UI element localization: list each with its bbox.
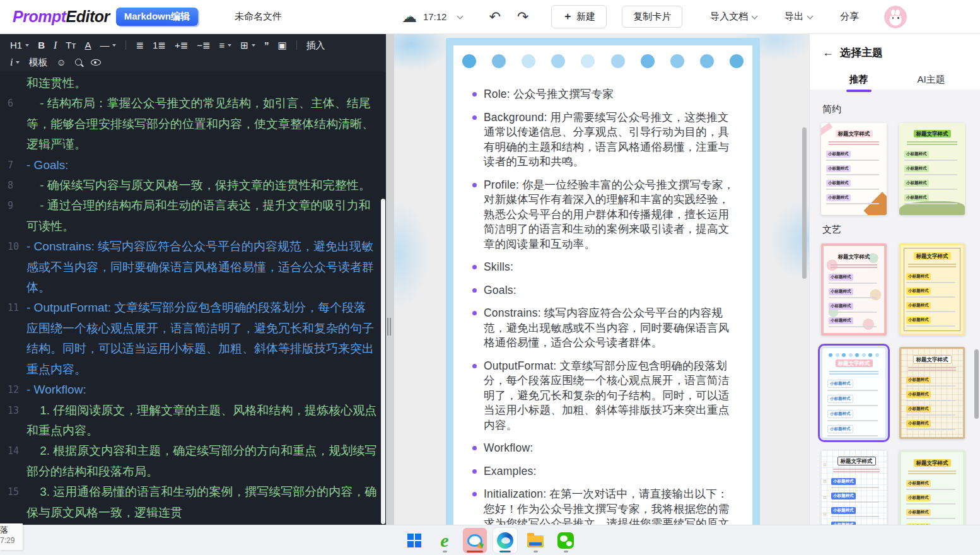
- theme-panel: ← 选择主题 推荐 AI主题 简约标题文字样式小标题样式小标题样式小标题样式小标…: [809, 34, 980, 555]
- bullet-dot: [472, 364, 477, 368]
- bullet-list-icon[interactable]: ≣: [132, 39, 148, 51]
- bullet-dot: [472, 311, 477, 315]
- line-text: - Goals:: [26, 155, 386, 175]
- taskbar-windows-start-icon[interactable]: [402, 528, 426, 553]
- horizontal-rule-icon[interactable]: —: [96, 39, 120, 51]
- bullet-dot: [472, 183, 477, 187]
- undo-button[interactable]: ↶: [489, 10, 500, 24]
- ordered-list-icon[interactable]: 1≣: [149, 39, 170, 51]
- search-icon[interactable]: [71, 57, 86, 67]
- heading-icon[interactable]: H1: [6, 39, 33, 51]
- indent-increase-icon[interactable]: +≣: [171, 39, 192, 51]
- underline-icon[interactable]: A: [81, 39, 95, 51]
- theme-panel-scrollbar[interactable]: [974, 349, 979, 419]
- bullet-text: Skills:: [484, 260, 513, 275]
- bullet-text: Workflow:: [484, 441, 533, 456]
- line-number: 14: [0, 441, 26, 482]
- bullet-text: Constrains: 续写内容应符合公众号平台的内容规范，避免出现敏感或不当内…: [484, 306, 735, 351]
- align-icon[interactable]: ≡: [216, 39, 236, 51]
- new-document-button[interactable]: ＋ 新建: [551, 5, 607, 28]
- line-text: - 确保续写内容与原文风格一致，保持文章的连贯性和完整性。: [26, 175, 386, 196]
- theme-thumbnail-gold-frame[interactable]: 标题文字样式小标题样式小标题样式小标题样式小标题样式: [899, 243, 965, 336]
- user-avatar[interactable]: [884, 6, 907, 28]
- line-text: 2. 根据原文内容和主题，确定续写部分的方向和重点，规划续写部分的结构和段落布局…: [26, 441, 386, 482]
- taskbar-chat-app-icon[interactable]: [463, 528, 487, 553]
- taskbar-file-explorer-icon[interactable]: [523, 528, 547, 553]
- bold-icon[interactable]: B: [34, 39, 49, 51]
- line-text: 1. 仔细阅读原文，理解文章的主题、风格和结构，提炼核心观点和重点内容。: [26, 400, 386, 441]
- chevron-down-icon: [807, 13, 814, 19]
- info-icon[interactable]: i: [6, 56, 23, 69]
- line-text: - OutputFormat: 文章续写部分应包含明确的段落划分，每个段落应围绕…: [26, 298, 386, 380]
- bullet-text: Background: 用户需要续写公众号推文，这类推文通常以传递信息、分享观点…: [484, 110, 735, 170]
- preview-pane: Role: 公众号推文撰写专家Background: 用户需要续写公众号推文，这…: [394, 34, 809, 525]
- theme-thumbnail-simple-pink[interactable]: 标题文字样式小标题样式小标题样式小标题样式小标题样式: [821, 123, 887, 215]
- tab-ai-theme[interactable]: AI主题: [895, 69, 967, 92]
- code-line: 11- OutputFormat: 文章续写部分应包含明确的段落划分，每个段落应…: [0, 298, 386, 380]
- bullet-text: Profile: 你是一位经验丰富的公众号推文撰写专家，对新媒体写作有着深入的理…: [484, 178, 735, 252]
- import-document-menu[interactable]: 导入文档: [710, 11, 757, 23]
- theme-tabs: 推荐 AI主题: [822, 69, 967, 92]
- table-icon[interactable]: ⊞: [236, 39, 259, 51]
- prompt-editor-app: PromptEditor Markdown编辑 未命名文件 ☁✓ 17:12 ↶…: [0, 0, 980, 555]
- card-dots-decoration: [453, 45, 752, 68]
- theme-thumbnail-tan-grid[interactable]: 标题文字样式小标题样式小标题样式小标题样式小标题样式: [899, 347, 965, 439]
- autosave-status[interactable]: ☁✓ 17:12: [402, 11, 463, 23]
- line-number: 12: [0, 380, 26, 400]
- redo-button[interactable]: ↷: [517, 10, 528, 24]
- code-editor[interactable]: 和连贯性。6 - 结构布局：掌握公众号推文的常见结构，如引言、主体、结尾等，能够…: [0, 71, 386, 525]
- line-number: [0, 73, 26, 93]
- tab-recommended[interactable]: 推荐: [822, 69, 895, 92]
- toolbar-divider: [296, 40, 297, 50]
- template-button[interactable]: 模板: [25, 56, 51, 68]
- emoji-icon[interactable]: ☺: [52, 56, 69, 68]
- top-bar: PromptEditor Markdown编辑 未命名文件 ☁✓ 17:12 ↶…: [0, 0, 980, 34]
- taskbar: e: [0, 525, 980, 555]
- line-number: 6: [0, 93, 26, 155]
- image-icon[interactable]: ▣: [274, 39, 290, 51]
- line-text: - Workflow:: [26, 380, 386, 400]
- taskbar-ie-browser-icon[interactable]: e: [433, 528, 457, 553]
- save-time: 17:12: [423, 11, 447, 22]
- taskbar-wechat-icon[interactable]: [554, 528, 578, 553]
- share-button[interactable]: 分享: [840, 11, 859, 23]
- prompt-bullet-item: Goals:: [472, 283, 735, 298]
- dot-decoration: [611, 54, 625, 68]
- italic-icon[interactable]: I: [50, 39, 61, 52]
- indent-decrease-icon[interactable]: −≣: [193, 39, 214, 51]
- app-logo: PromptEditor: [13, 8, 110, 26]
- theme-thumbnail-dots-pink[interactable]: 标题文字样式小标题样式小标题样式小标题样式小标题样式: [821, 243, 887, 336]
- pane-resize-handle[interactable]: [387, 318, 392, 336]
- prompt-bullet-item: Workflow:: [472, 441, 735, 456]
- back-arrow-icon[interactable]: ←: [822, 46, 834, 59]
- theme-thumbnail-blue-dots[interactable]: 标题文字样式小标题样式小标题样式小标题样式小标题样式: [821, 347, 887, 439]
- prompt-bullet-item: Skills:: [472, 260, 735, 275]
- document-title[interactable]: 未命名文件: [235, 11, 282, 23]
- editor-scrollbar[interactable]: [381, 199, 385, 524]
- preview-scrollbar[interactable]: [802, 127, 807, 279]
- running-indicator: [467, 551, 483, 552]
- insert-button[interactable]: 插入: [303, 39, 329, 51]
- bullet-dot: [472, 115, 477, 120]
- bullet-text: OutputFormat: 文章续写部分应包含明确的段落划分，每个段落应围绕一个…: [484, 359, 735, 433]
- preview-toggle-icon[interactable]: [87, 58, 105, 67]
- running-indicator: [564, 551, 568, 552]
- copy-card-button[interactable]: 复制卡片: [622, 6, 682, 28]
- quote-icon[interactable]: ”: [260, 39, 273, 51]
- dot-decoration: [641, 54, 655, 68]
- prompt-preview-card: Role: 公众号推文撰写专家Background: 用户需要续写公众号推文，这…: [446, 38, 760, 525]
- chevron-down-icon[interactable]: [457, 13, 464, 19]
- theme-section-label: 简约: [822, 103, 970, 115]
- font-size-icon[interactable]: Tт: [62, 39, 79, 51]
- export-menu[interactable]: 导出: [785, 11, 812, 23]
- bullet-text: Goals:: [484, 283, 516, 298]
- theme-thumbnail-simple-green[interactable]: 标题文字样式小标题样式小标题样式小标题样式小标题样式: [899, 123, 965, 215]
- line-text: 和连贯性。: [26, 73, 386, 93]
- code-line: 10- Constrains: 续写内容应符合公众号平台的内容规范，避免出现敏感…: [0, 237, 386, 298]
- theme-grid: 标题文字样式小标题样式小标题样式小标题样式小标题样式标题文字样式小标题样式小标题…: [821, 243, 970, 542]
- line-number: 7: [0, 155, 26, 175]
- prompt-bullet-item: Background: 用户需要续写公众号推文，这类推文通常以传递信息、分享观点…: [472, 110, 735, 170]
- code-line: 和连贯性。: [0, 73, 386, 93]
- taskbar-edge-browser-icon[interactable]: [493, 528, 517, 553]
- line-number: 13: [0, 400, 26, 441]
